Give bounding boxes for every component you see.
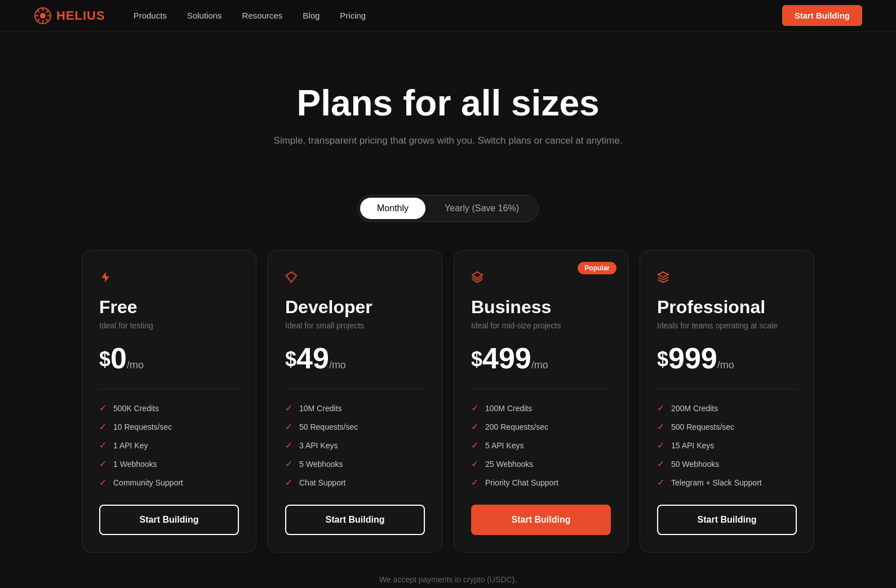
feature-item: ✓ 1 Webhooks [99,458,239,469]
plan-title: Free [99,297,239,318]
feature-text: 1 Webhooks [113,460,157,469]
feature-item: ✓ 50 Webhooks [657,458,797,469]
feature-text: 1 API Key [113,441,148,450]
plan-card-free: Free Ideal for testing $0/mo ✓ 500K Cred… [82,250,256,553]
pricing-cards: Free Ideal for testing $0/mo ✓ 500K Cred… [0,250,896,553]
feature-item: ✓ 3 API Keys [285,440,425,451]
billing-toggle: Monthly Yearly (Save 16%) [357,195,539,222]
hero-subtitle: Simple, transparent pricing that grows w… [11,135,885,146]
price-dollar: $ [99,349,110,369]
feature-text: 200 Requests/sec [485,422,548,431]
feature-text: 50 Requests/sec [299,422,358,431]
nav-start-building-button[interactable]: Start Building [782,5,862,26]
feature-item: ✓ 10M Credits [285,403,425,413]
plan-cta-button-professional[interactable]: Start Building [657,505,797,535]
check-icon: ✓ [471,403,478,413]
navbar: HELIUS Products Solutions Resources Blog… [0,0,896,32]
nav-pricing[interactable]: Pricing [340,11,366,20]
svg-marker-11 [286,272,296,282]
plan-icon-lightning [99,271,239,287]
check-icon: ✓ [285,421,292,432]
svg-marker-10 [101,272,109,282]
plan-cta-button-business[interactable]: Start Building [471,505,611,535]
svg-line-6 [37,10,39,12]
plan-title: Business [471,297,611,318]
nav-links: Products Solutions Resources Blog Pricin… [134,11,782,20]
feature-text: 5 Webhooks [299,460,343,469]
check-icon: ✓ [471,477,478,488]
feature-text: Chat Support [299,478,346,487]
check-icon: ✓ [285,403,292,413]
price-per-mo: /mo [329,359,346,371]
feature-text: 50 Webhooks [671,460,719,469]
feature-item: ✓ 25 Webhooks [471,458,611,469]
svg-marker-13 [658,272,668,277]
feature-item: ✓ 5 API Keys [471,440,611,451]
plan-card-developer: Developer Ideal for small projects $49/m… [268,250,442,553]
check-icon: ✓ [285,458,292,469]
price-per-mo: /mo [717,359,734,371]
plan-cta-button-developer[interactable]: Start Building [285,505,425,535]
price-dollar: $ [471,349,482,369]
price-per-mo: /mo [127,359,144,371]
card-divider [471,389,611,389]
logo-icon [34,7,52,25]
plan-price: $999/mo [657,344,797,373]
price-per-mo: /mo [531,359,548,371]
svg-marker-12 [472,272,482,278]
check-icon: ✓ [285,440,292,451]
hero-section: Plans for all sizes Simple, transparent … [0,32,896,175]
price-dollar: $ [285,349,296,369]
card-divider [99,389,239,389]
svg-point-1 [40,13,46,19]
feature-item: ✓ 5 Webhooks [285,458,425,469]
footer-note: We accept payments in crypto (USDC). [0,575,896,588]
plan-card-business: Popular Business Ideal for mid-size proj… [454,250,628,553]
plan-subtitle: Ideal for mid-size projects [471,321,611,330]
monthly-toggle-button[interactable]: Monthly [360,198,425,219]
nav-solutions[interactable]: Solutions [187,11,222,20]
hero-title: Plans for all sizes [11,82,885,124]
check-icon: ✓ [99,477,107,488]
feature-item: ✓ Priority Chat Support [471,477,611,488]
nav-resources[interactable]: Resources [242,11,283,20]
feature-text: 10 Requests/sec [113,422,172,431]
check-icon: ✓ [471,458,478,469]
plan-title: Professional [657,297,797,318]
check-icon: ✓ [471,440,478,451]
logo[interactable]: HELIUS [34,7,105,25]
feature-text: 5 API Keys [485,441,524,450]
feature-item: ✓ 500K Credits [99,403,239,413]
nav-products[interactable]: Products [134,11,167,20]
feature-text: 15 API Keys [671,441,714,450]
feature-item: ✓ 100M Credits [471,403,611,413]
card-divider [285,389,425,389]
feature-item: ✓ 50 Requests/sec [285,421,425,432]
plan-price: $0/mo [99,344,239,373]
feature-item: ✓ Telegram + Slack Support [657,477,797,488]
yearly-toggle-button[interactable]: Yearly (Save 16%) [428,198,536,219]
features-list: ✓ 500K Credits ✓ 10 Requests/sec ✓ 1 API… [99,403,239,488]
check-icon: ✓ [657,477,664,488]
check-icon: ✓ [657,421,664,432]
feature-text: 25 Webhooks [485,460,533,469]
plan-subtitle: Ideal for testing [99,321,239,330]
features-list: ✓ 200M Credits ✓ 500 Requests/sec ✓ 15 A… [657,403,797,488]
feature-item: ✓ 200 Requests/sec [471,421,611,432]
check-icon: ✓ [99,421,107,432]
check-icon: ✓ [657,458,664,469]
popular-badge: Popular [578,262,616,274]
feature-text: 500K Credits [113,404,159,413]
feature-text: 200M Credits [671,404,718,413]
billing-toggle-container: Monthly Yearly (Save 16%) [0,195,896,222]
feature-item: ✓ 500 Requests/sec [657,421,797,432]
logo-text: HELIUS [56,8,105,23]
plan-cta-button-free[interactable]: Start Building [99,505,239,535]
check-icon: ✓ [285,477,292,488]
nav-blog[interactable]: Blog [303,11,320,20]
feature-item: ✓ 200M Credits [657,403,797,413]
feature-text: 100M Credits [485,404,532,413]
plan-icon-diamond [285,271,425,287]
feature-item: ✓ Community Support [99,477,239,488]
feature-item: ✓ 15 API Keys [657,440,797,451]
